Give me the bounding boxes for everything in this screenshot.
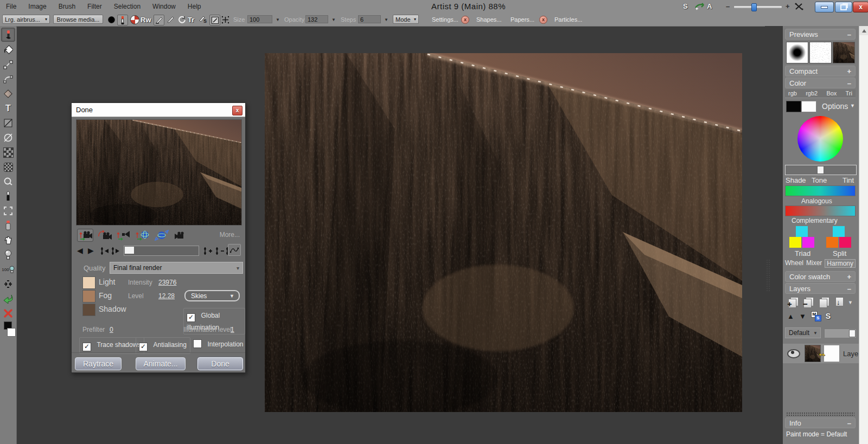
cycle-icon[interactable] (177, 15, 187, 24)
cut-icon[interactable] (794, 2, 804, 11)
panel-scrollbar[interactable] (859, 26, 868, 444)
undo-tool[interactable] (2, 292, 15, 305)
brush-dab-icon[interactable] (106, 15, 116, 24)
script-icon[interactable]: S (683, 2, 688, 10)
layer-script-button[interactable]: S (826, 312, 831, 320)
triad-top-swatch[interactable] (796, 226, 808, 237)
complementary-bar[interactable] (785, 205, 856, 216)
options-link[interactable]: Options (822, 102, 848, 111)
split-right-swatch[interactable] (839, 237, 851, 248)
tab-rgb[interactable]: rgb (788, 90, 797, 97)
antialiasing-checkbox[interactable]: ✓ (139, 343, 148, 351)
close-button[interactable]: x (853, 2, 868, 12)
papers-close-icon[interactable]: x (539, 16, 547, 24)
color-header[interactable]: Color – (785, 78, 856, 88)
minimize-button[interactable] (815, 2, 834, 12)
canvas-render[interactable] (265, 53, 742, 412)
options-chevron-icon[interactable]: ▼ (850, 103, 855, 108)
fill-tool[interactable] (2, 43, 15, 56)
fog-color-swatch[interactable] (82, 290, 95, 303)
key-remove-icon[interactable] (215, 247, 225, 255)
collapse-icon[interactable]: – (847, 30, 851, 38)
prefilter-value[interactable]: 0 (110, 326, 113, 333)
expand-icon[interactable]: + (847, 67, 851, 75)
curve-tool[interactable] (2, 73, 15, 86)
interpolation-checkbox[interactable] (193, 339, 202, 348)
dialog-close-button[interactable]: x (232, 106, 242, 115)
next-frame-icon[interactable]: ▶ (88, 246, 94, 255)
text-arrow-icon[interactable]: A (707, 2, 712, 10)
size-dropdown-icon[interactable]: ▼ (276, 17, 280, 22)
frame-tool[interactable] (2, 204, 15, 217)
papers-link[interactable]: Papers... (510, 16, 534, 23)
brush-preset-combo[interactable]: Lrg. airbrus... ▾ (2, 15, 50, 24)
duplicate-layer-button[interactable] (818, 297, 829, 308)
scroll-up-button[interactable] (859, 26, 868, 35)
trace-shadows-group[interactable]: ✓ Trace shadows (79, 337, 144, 354)
dialog-titlebar[interactable]: Done x (72, 103, 245, 117)
quality-combo[interactable]: Final final render ▾ (110, 262, 243, 274)
particles-link[interactable]: Particles... (554, 16, 582, 23)
timeline-position[interactable] (125, 247, 134, 254)
menu-brush[interactable]: Brush (53, 3, 81, 10)
done-button[interactable]: Done (197, 357, 243, 370)
size-input[interactable] (247, 15, 272, 23)
curve-editor-icon[interactable] (228, 244, 241, 256)
draw-pad-icon[interactable] (154, 15, 164, 25)
level-value[interactable]: 12.28 (158, 292, 175, 300)
loupe-tool[interactable] (2, 175, 15, 188)
airbrush-mode-icon[interactable] (117, 15, 128, 25)
layer-opacity-slider[interactable] (824, 329, 857, 338)
zoom-100-tool[interactable]: 100 (2, 263, 15, 276)
tab-mixer[interactable]: Mixer (806, 259, 822, 268)
image-preview-thumb[interactable] (833, 42, 855, 63)
world-move-icon[interactable] (135, 229, 150, 241)
opacity-dropdown-icon[interactable]: ▼ (331, 17, 336, 22)
menu-image[interactable]: Image (22, 3, 52, 10)
steps-dropdown-icon[interactable]: ▼ (384, 17, 388, 22)
antialiasing-group[interactable]: ✓ Antialiasing (136, 337, 190, 354)
menu-filter[interactable]: Filter (81, 3, 108, 10)
key-add-icon[interactable] (203, 247, 213, 255)
collapse-icon[interactable]: – (847, 419, 851, 427)
split-top-swatch[interactable] (833, 226, 845, 237)
gi-checkbox[interactable]: ✓ (187, 313, 195, 322)
color-swatches[interactable] (2, 321, 15, 340)
color-wheel[interactable] (797, 116, 843, 162)
analogous-bar[interactable] (785, 185, 856, 196)
zoom-out-icon[interactable]: – (726, 2, 730, 10)
color-swatch-header[interactable]: Color swatch + (785, 271, 856, 282)
airbrush-tool[interactable] (1, 28, 15, 42)
gradient-tool[interactable] (2, 87, 15, 100)
alignment-icon[interactable] (220, 15, 230, 24)
camera-rotate-icon[interactable] (97, 229, 112, 241)
shear-tool[interactable] (2, 117, 15, 130)
line-tool[interactable] (2, 58, 15, 71)
tone-slider[interactable] (785, 165, 857, 175)
prev-frame-icon[interactable]: ◀ (77, 246, 83, 255)
new-layer-button[interactable]: + (787, 297, 799, 308)
tab-harmony[interactable]: Harmony (825, 259, 856, 268)
menu-file[interactable]: File (0, 3, 22, 10)
primary-color-swatch[interactable] (786, 101, 801, 112)
world-rotate-icon[interactable] (154, 229, 169, 241)
ui-zoom-handle[interactable] (751, 3, 757, 11)
paper-preview-thumb[interactable] (809, 42, 832, 63)
tab-rgb2[interactable]: rgb2 (806, 90, 818, 97)
previews-header[interactable]: Previews – (785, 29, 856, 40)
more-link[interactable]: More... (220, 231, 240, 239)
tone-slider-handle[interactable] (817, 166, 824, 174)
camera-view-icon[interactable] (173, 229, 188, 241)
layer-row[interactable]: ↔ Laye (783, 344, 859, 363)
pen-settings-icon[interactable]: S (199, 15, 208, 24)
layer-mask-button[interactable]: M S (811, 311, 821, 321)
marker-tool[interactable] (2, 190, 15, 203)
intensity-value[interactable]: 23976 (158, 279, 176, 286)
hand-tool[interactable] (2, 234, 15, 247)
triad-left-swatch[interactable] (789, 237, 801, 248)
layer-move-icon[interactable]: ↔ (818, 348, 827, 359)
raytrace-button[interactable]: Raytrace (75, 357, 122, 370)
camera-move-icon[interactable] (77, 229, 93, 242)
fit-view-tool[interactable] (2, 278, 15, 291)
pattern-large-tool[interactable] (2, 146, 15, 159)
